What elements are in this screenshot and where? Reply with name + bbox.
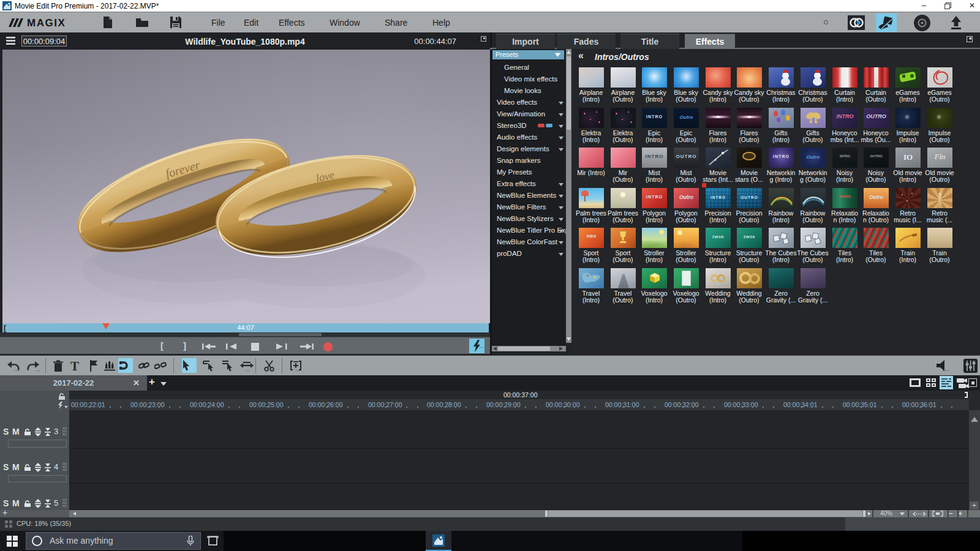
svg-text:MAGIX: MAGIX: [27, 17, 66, 28]
